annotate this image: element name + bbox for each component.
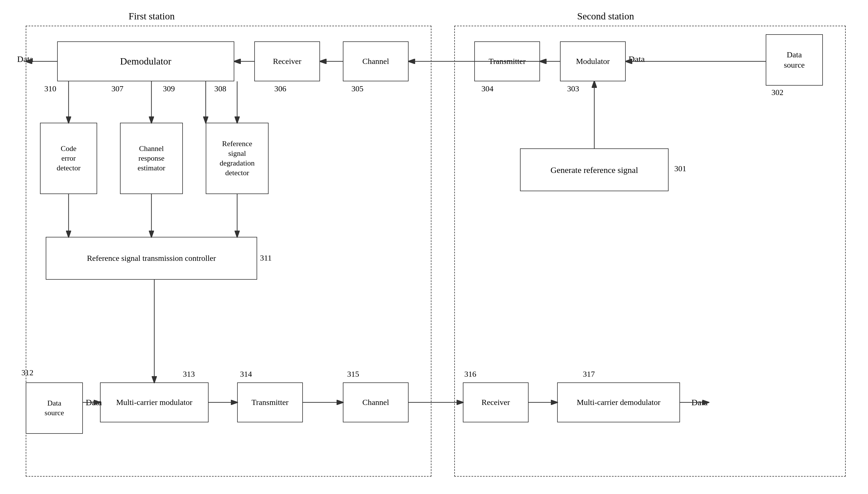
channel-bot-block: Channel bbox=[343, 382, 409, 422]
label-315: 315 bbox=[347, 369, 359, 379]
label-316: 316 bbox=[464, 369, 476, 379]
label-310: 310 bbox=[44, 84, 56, 93]
label-302: 302 bbox=[772, 88, 783, 97]
transmitter-top-block: Transmitter bbox=[474, 41, 540, 81]
label-303: 303 bbox=[567, 84, 579, 93]
modulator-block: Modulator bbox=[560, 41, 626, 81]
code-error-block: Code error detector bbox=[40, 123, 97, 194]
ref-sig-deg-block: Reference signal degradation detector bbox=[206, 123, 269, 194]
label-301: 301 bbox=[674, 164, 686, 173]
receiver-bot-block: Receiver bbox=[463, 382, 528, 422]
demodulator-block: Demodulator bbox=[57, 41, 234, 81]
label-314: 314 bbox=[240, 369, 252, 379]
data-left-top-label: Data bbox=[17, 54, 33, 64]
multicarrier-demod-block: Multi-carrier demodulator bbox=[557, 382, 680, 422]
label-311: 311 bbox=[260, 253, 272, 263]
second-station-title: Second station bbox=[577, 11, 634, 22]
channel-top-block: Channel bbox=[343, 41, 409, 81]
label-308: 308 bbox=[214, 84, 226, 93]
generate-ref-block: Generate reference signal bbox=[520, 148, 669, 191]
label-309: 309 bbox=[163, 84, 175, 93]
label-306: 306 bbox=[274, 84, 286, 93]
transmitter-bot-block: Transmitter bbox=[237, 382, 303, 422]
label-317: 317 bbox=[583, 369, 595, 379]
label-307: 307 bbox=[111, 84, 123, 93]
label-305: 305 bbox=[351, 84, 363, 93]
label-312: 312 bbox=[21, 368, 33, 377]
label-304: 304 bbox=[482, 84, 493, 93]
data-right-bot-label: Data bbox=[691, 398, 708, 407]
ref-sig-ctrl-block: Reference signal transmission controller bbox=[46, 237, 257, 280]
data-source-top-block: Data source bbox=[766, 34, 823, 86]
data-source-bot-block: Data source bbox=[26, 382, 83, 434]
channel-response-block: Channel response estimator bbox=[120, 123, 183, 194]
multicarrier-mod-block: Multi-carrier modulator bbox=[100, 382, 209, 422]
first-station-title: First station bbox=[129, 11, 175, 22]
receiver-top-block: Receiver bbox=[254, 41, 320, 81]
data-right-top-label: Data bbox=[629, 54, 645, 64]
data-left-bot-label: Data bbox=[86, 398, 102, 407]
label-313: 313 bbox=[183, 369, 195, 379]
